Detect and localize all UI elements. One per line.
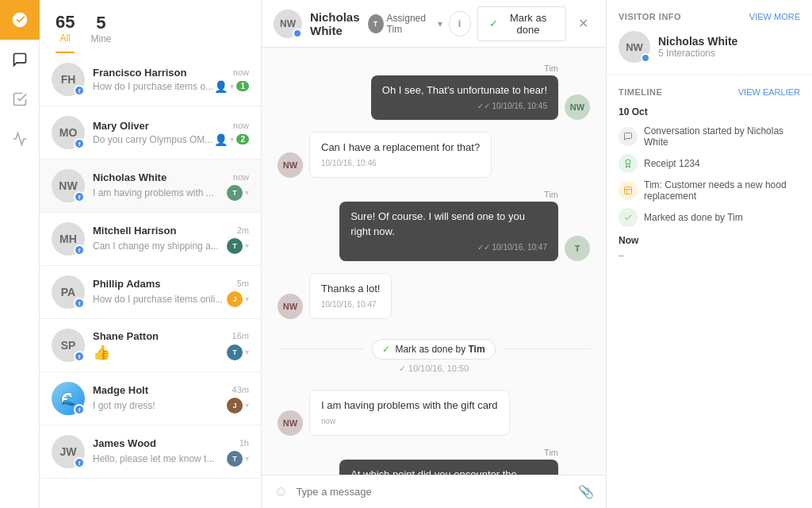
timeline-now-label: Now [619, 235, 800, 246]
visitor-interactions: 5 Interactions [658, 48, 737, 59]
chat-area: NW Nicholas White T Assigned Tim ▾ i ✓ M… [262, 0, 606, 508]
list-item[interactable]: SP f Shane Patton 16m 👍 T ▾ [40, 319, 261, 372]
sidebar [0, 0, 40, 508]
mark-done-pill: ✓ Mark as done by Tim [372, 339, 495, 360]
message-row: NW I am having problems with the gift ca… [278, 390, 590, 436]
timeline-item: Marked as done by Tim [619, 208, 800, 227]
list-item[interactable]: PA f Phillip Adams 5m How do I purchase … [40, 266, 261, 319]
customer-avatar: NW [278, 294, 303, 319]
timeline-section: TIMELINE VIEW EARLIER 10 Oct Conversatio… [607, 75, 812, 273]
avatar: PA f [52, 275, 85, 309]
visitor-info-title: VISITOR INFO [619, 12, 681, 21]
timeline-title: TIMELINE [619, 87, 662, 97]
message-input[interactable] [296, 486, 570, 498]
view-more-link[interactable]: VIEW MORE [749, 12, 800, 21]
messenger-badge: f [74, 244, 85, 256]
receipt-icon [619, 154, 638, 173]
chat-header: NW Nicholas White T Assigned Tim ▾ i ✓ M… [262, 0, 606, 48]
messenger-badge: f [74, 457, 85, 468]
chat-contact-name: Nicholas White [310, 10, 360, 37]
message-bubble: I am having problems with the gift card … [309, 390, 510, 436]
messenger-badge: f [74, 404, 85, 415]
mark-done-divider: ✓ Mark as done by Tim ✓ 10/10/16, 10:50 [278, 335, 590, 374]
assigned-label[interactable]: T Assigned Tim ▾ [368, 13, 442, 35]
visitor-info-section: VISITOR INFO VIEW MORE NW Nicholas White… [607, 0, 812, 75]
messenger-badge: f [74, 85, 85, 96]
list-item[interactable]: NW f Nicholas White now I am having prob… [40, 160, 261, 213]
list-item[interactable]: JW f James Wood 1h Hello, please let me … [40, 425, 261, 479]
list-item[interactable]: 🌊 f Madge Holt 43m I got my dress! J ▾ [40, 372, 261, 425]
message-bubble: Can I have a replacement for that? 10/10… [309, 132, 492, 178]
sidebar-item-analytics[interactable] [0, 119, 40, 159]
chat-header-actions: T Assigned Tim ▾ i ✓ Mark as done ✕ [368, 6, 594, 41]
sidebar-item-tasks[interactable] [0, 79, 40, 119]
message-bubble: Oh I see, That's unfortunate to hear! ✓✓… [371, 75, 558, 120]
mark-as-done-button[interactable]: ✓ Mark as done [477, 6, 566, 41]
visitor-name: Nicholas White [658, 35, 737, 48]
visitor-avatar: NW [619, 31, 650, 63]
conv-header: 65 All 5 Mine [40, 0, 261, 53]
tab-all[interactable]: 65 All [56, 12, 75, 53]
message-bubble: At which point did you encounter the pro… [339, 460, 558, 475]
note-icon [619, 181, 638, 200]
app-logo [0, 0, 40, 40]
timeline-date: 10 Oct [619, 106, 800, 117]
message-row: T Tim At which point did you encounter t… [278, 448, 590, 475]
emoji-button[interactable]: ☺ [274, 483, 288, 500]
customer-avatar: NW [278, 152, 303, 178]
avatar: MH f [52, 222, 85, 256]
list-item[interactable]: MH f Mitchell Harrison 2m Can I change m… [40, 213, 261, 266]
customer-avatar: NW [278, 410, 303, 436]
messenger-badge: f [74, 351, 85, 362]
message-row: NW Tim Oh I see, That's unfortunate to h… [278, 64, 590, 120]
info-button[interactable]: i [449, 11, 471, 37]
chat-contact-avatar: NW [274, 10, 302, 38]
list-item[interactable]: FH f Francisco Harrison now How do I pur… [40, 53, 261, 106]
check-icon: ✓ [489, 17, 498, 29]
conversation-icon [619, 127, 638, 146]
messenger-badge: f [74, 191, 85, 202]
conversation-list: 65 All 5 Mine FH f Francisco Harrison no… [40, 0, 262, 508]
view-earlier-link[interactable]: VIEW EARLIER [738, 87, 800, 97]
message-bubble: Sure! Of course. I will send one to you … [339, 202, 558, 260]
timeline-item: Conversation started by Nicholas White [619, 125, 800, 148]
agent-avatar: T [565, 236, 590, 261]
timeline-item: Receipt 1234 [619, 154, 800, 173]
chat-input-area: ☺ 📎 [262, 475, 606, 508]
tab-mine[interactable]: 5 Mine [90, 13, 111, 52]
message-row: NW Can I have a replacement for that? 10… [278, 132, 590, 178]
timeline-item: Tim: Customer needs a new hood replaceme… [619, 179, 800, 202]
checkmark-icon [619, 208, 638, 227]
message-row: T Tim Sure! Of course. I will send one t… [278, 190, 590, 260]
sidebar-item-messages[interactable] [0, 40, 40, 79]
avatar: MO f [52, 116, 85, 149]
svg-rect-1 [625, 187, 632, 194]
message-row: NW Thanks a lot! 10/10/16, 10:47 [278, 273, 590, 319]
avatar: FH f [52, 63, 85, 96]
avatar: SP f [52, 329, 85, 362]
message-bubble: Thanks a lot! 10/10/16, 10:47 [309, 273, 392, 319]
conversation-list-items: FH f Francisco Harrison now How do I pur… [40, 53, 261, 508]
chevron-down-icon: ▾ [438, 18, 442, 29]
agent-avatar: NW [565, 94, 590, 120]
messenger-badge: f [74, 138, 85, 149]
list-item[interactable]: MO f Mary Oliver now Do you carry Olympu… [40, 106, 261, 160]
avatar: JW f [52, 435, 85, 468]
messenger-badge: f [74, 298, 85, 309]
assigned-agent-avatar: T [368, 14, 384, 33]
svg-point-0 [626, 160, 630, 164]
right-panel: VISITOR INFO VIEW MORE NW Nicholas White… [606, 0, 812, 508]
timeline-dash: – [619, 250, 800, 261]
close-button[interactable]: ✕ [573, 11, 594, 37]
avatar: NW f [52, 169, 85, 202]
attach-button[interactable]: 📎 [578, 484, 594, 499]
chat-messages: NW Tim Oh I see, That's unfortunate to h… [262, 48, 606, 475]
avatar: 🌊 f [52, 382, 85, 415]
